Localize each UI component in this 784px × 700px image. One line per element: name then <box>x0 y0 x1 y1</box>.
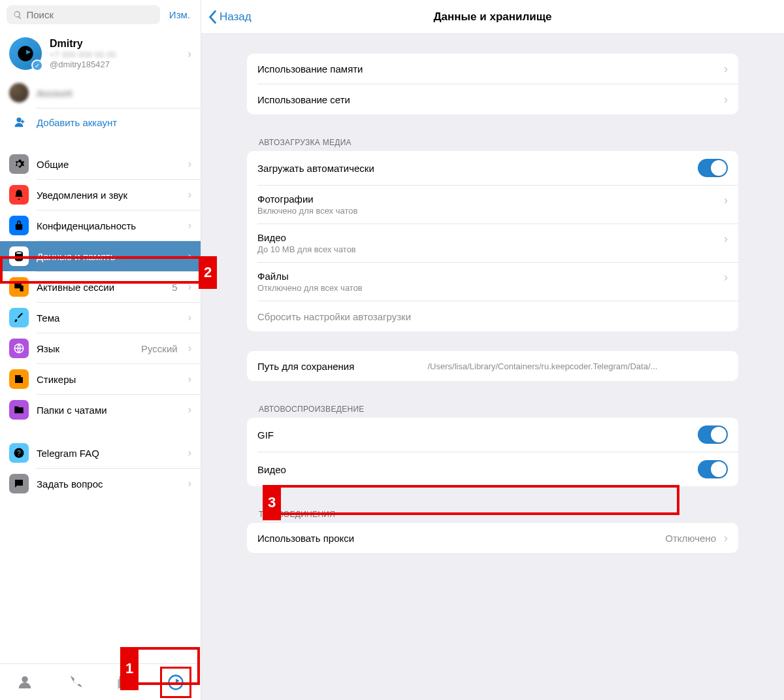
settings-menu-1: Общие › Уведомления и звук › Конфиденциа… <box>0 149 201 425</box>
bottom-tabbar <box>0 663 201 700</box>
sidebar-header: Изм. <box>0 0 201 29</box>
svg-point-5 <box>22 676 28 682</box>
menu-value: 5 <box>172 282 177 293</box>
tab-chats[interactable] <box>110 667 141 698</box>
row-label: Фотографии <box>257 193 716 205</box>
chevron-right-icon: › <box>188 158 191 170</box>
row-label: Видео <box>257 232 716 243</box>
storage-card: Использование памяти › Использование сет… <box>247 54 738 114</box>
question-icon: ? <box>9 443 29 463</box>
chevron-left-icon <box>208 10 217 24</box>
profile-text: Dmitry +7 000 000 00 00 @dmitry185427 <box>50 38 180 69</box>
row-auto-download[interactable]: Загружать автоматически <box>247 151 738 185</box>
connection-card: Использовать прокси Отключено › <box>247 523 738 553</box>
row-sub: Включено для всех чатов <box>257 206 716 216</box>
row-use-proxy[interactable]: Использовать прокси Отключено › <box>247 523 738 553</box>
add-account-icon <box>9 115 29 129</box>
search-input[interactable] <box>26 9 153 20</box>
back-button[interactable]: Назад <box>201 10 258 24</box>
chevron-right-icon: › <box>188 220 191 231</box>
row-autoplay-video[interactable]: Видео <box>247 452 738 486</box>
row-files[interactable]: Файлы Отключено для всех чатов › <box>247 263 738 301</box>
search-input-wrap[interactable] <box>7 5 160 24</box>
tab-calls[interactable] <box>59 667 91 698</box>
chevron-right-icon: › <box>724 193 728 207</box>
menu-item-theme[interactable]: Тема › <box>0 303 201 333</box>
svg-text:?: ? <box>17 449 21 457</box>
chevron-right-icon: › <box>188 447 191 459</box>
row-value: Отключено <box>665 533 716 544</box>
row-value: /Users/lisa/Library/Containers/ru.keepco… <box>375 361 657 371</box>
chevron-right-icon: › <box>724 62 728 76</box>
devices-icon <box>9 277 29 297</box>
section-header-automedia: АВТОЗАГРУЗКА МЕДИА <box>247 134 738 151</box>
toggle-auto-download[interactable] <box>698 159 728 177</box>
secondary-account-name-blurred: Account <box>37 88 72 99</box>
row-autoplay-gif[interactable]: GIF <box>247 418 738 452</box>
tab-settings[interactable] <box>160 667 191 698</box>
chevron-right-icon: › <box>188 47 191 61</box>
section-header-connection: ТИП СОЕДИНЕНИЯ <box>247 506 738 523</box>
menu-item-general[interactable]: Общие › <box>0 149 201 179</box>
chevron-right-icon: › <box>188 342 191 354</box>
savepath-card: Путь для сохранения /Users/lisa/Library/… <box>247 351 738 381</box>
menu-label: Данные и память <box>37 251 180 262</box>
row-videos[interactable]: Видео До 10 MB для всех чатов › <box>247 224 738 262</box>
menu-item-faq[interactable]: ? Telegram FAQ › <box>0 438 201 468</box>
tab-contacts[interactable] <box>9 667 41 698</box>
row-label: Путь для сохранения <box>257 361 354 372</box>
menu-item-stickers[interactable]: Стикеры › <box>0 364 201 394</box>
row-memory-usage[interactable]: Использование памяти › <box>247 54 738 84</box>
menu-item-ask[interactable]: Задать вопрос › <box>0 469 201 499</box>
toggle-autoplay-gif[interactable] <box>698 425 728 444</box>
menu-item-notifications[interactable]: Уведомления и звук › <box>0 180 201 210</box>
menu-label: Тема <box>37 312 180 324</box>
folder-icon <box>9 400 29 420</box>
chevron-right-icon: › <box>188 373 191 385</box>
chevron-right-icon: › <box>724 93 728 107</box>
profile-phone-blurred: +7 000 000 00 00 <box>50 50 180 59</box>
menu-item-privacy[interactable]: Конфиденциальность › <box>0 210 201 241</box>
chevron-right-icon: › <box>188 478 191 490</box>
globe-icon <box>9 339 29 358</box>
secondary-account-row[interactable]: Account <box>0 78 201 108</box>
row-label: Загружать автоматически <box>257 163 690 174</box>
toggle-autoplay-video[interactable] <box>698 460 728 478</box>
row-label: Сбросить настройки автозагрузки <box>257 311 728 322</box>
profile-row[interactable]: ✓ Dmitry +7 000 000 00 00 @dmitry185427 … <box>0 29 201 78</box>
menu-label: Папки с чатами <box>37 405 180 416</box>
row-network-usage[interactable]: Использование сети › <box>247 84 738 114</box>
row-label: Файлы <box>257 271 716 282</box>
svg-rect-1 <box>20 286 24 292</box>
menu-item-language[interactable]: Язык Русский › <box>0 333 201 363</box>
chevron-right-icon: › <box>188 312 191 324</box>
menu-item-folders[interactable]: Папки с чатами › <box>0 395 201 425</box>
chevron-right-icon: › <box>188 404 191 416</box>
edit-button[interactable]: Изм. <box>165 7 194 23</box>
menu-item-data-storage[interactable]: Данные и память › <box>0 241 201 271</box>
add-account-label: Добавить аккаунт <box>37 117 117 128</box>
row-reset-autoload[interactable]: Сбросить настройки автозагрузки <box>247 301 738 331</box>
sticker-icon <box>9 369 29 389</box>
lock-icon <box>9 216 29 235</box>
autoplay-card: GIF Видео <box>247 418 738 486</box>
add-account-row[interactable]: Добавить аккаунт <box>0 108 201 136</box>
menu-item-sessions[interactable]: Активные сессии 5 › <box>0 272 201 302</box>
menu-label: Telegram FAQ <box>37 448 180 459</box>
menu-value: Русский <box>141 343 178 354</box>
chevron-right-icon: › <box>188 250 191 262</box>
row-photos[interactable]: Фотографии Включено для всех чатов › <box>247 186 738 224</box>
chevron-right-icon: › <box>188 281 191 293</box>
menu-label: Общие <box>37 159 180 170</box>
content: Использование памяти › Использование сет… <box>201 34 784 700</box>
row-sub: До 10 MB для всех чатов <box>257 244 716 254</box>
database-icon <box>9 246 29 266</box>
bell-icon <box>9 185 29 205</box>
row-label: Видео <box>257 464 690 475</box>
profile-avatar: ✓ <box>9 37 42 70</box>
row-save-path[interactable]: Путь для сохранения /Users/lisa/Library/… <box>247 351 738 381</box>
chevron-right-icon: › <box>724 271 728 284</box>
menu-label: Стикеры <box>37 374 180 385</box>
settings-sidebar: Изм. ✓ Dmitry +7 000 000 00 00 @dmitry18… <box>0 0 201 700</box>
chevron-right-icon: › <box>188 189 191 201</box>
